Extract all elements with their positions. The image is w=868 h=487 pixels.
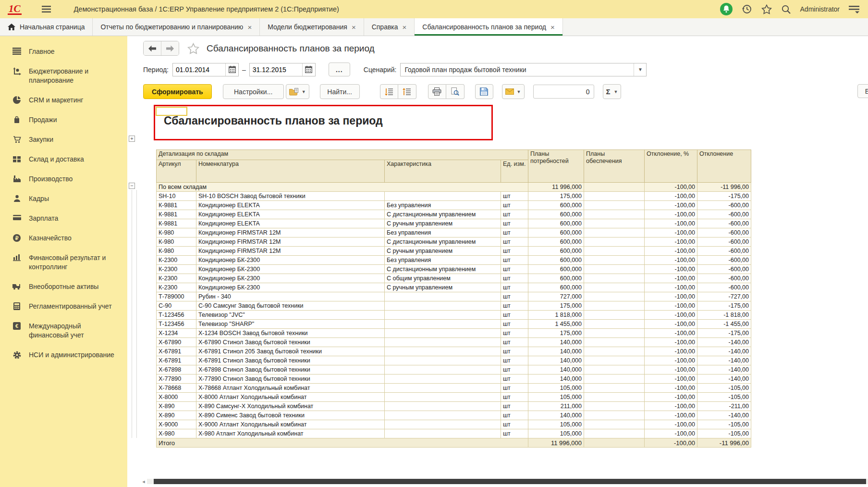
- cell[interactable]: 175,000: [528, 192, 584, 201]
- cell[interactable]: -600,00: [697, 210, 751, 219]
- tab-close-icon[interactable]: ×: [352, 24, 356, 31]
- cell[interactable]: [385, 365, 501, 375]
- cell[interactable]: 600,000: [528, 274, 584, 283]
- cell[interactable]: Т-123456: [157, 311, 196, 320]
- cell[interactable]: -100,00: [645, 338, 697, 347]
- cell[interactable]: К-2300: [157, 274, 196, 283]
- table-row[interactable]: К-980Кондиционер FIRMSTAR 12MБез управле…: [157, 228, 751, 237]
- sidebar-item[interactable]: Продажи: [0, 110, 127, 130]
- cell[interactable]: -100,00: [645, 375, 697, 384]
- cell[interactable]: шт: [501, 256, 528, 265]
- sidebar-item[interactable]: Регламентированный учет: [0, 297, 127, 316]
- cell[interactable]: Х-1234 BOSCH Завод бытовой техники: [196, 329, 385, 338]
- scroll-left-arrow-icon[interactable]: ◄: [140, 479, 147, 484]
- sidebar-item[interactable]: CRM и маркетинг: [0, 90, 127, 110]
- period-options-button[interactable]: ...: [329, 62, 350, 76]
- table-row[interactable]: Х-67891Х-67891 Стинол Завод бытовой техн…: [157, 356, 751, 365]
- cell[interactable]: шт: [501, 347, 528, 356]
- cell[interactable]: [584, 438, 645, 448]
- print-button[interactable]: [428, 84, 446, 99]
- cell[interactable]: [584, 347, 645, 356]
- autosum-button[interactable]: Σ▼: [603, 84, 622, 99]
- cell[interactable]: шт: [501, 201, 528, 210]
- cell[interactable]: Телевизор "SHARP": [196, 320, 385, 329]
- table-row[interactable]: Х-67890Х-67890 Стинол Завод бытовой техн…: [157, 338, 751, 347]
- cell[interactable]: -100,00: [645, 210, 697, 219]
- cell[interactable]: шт: [501, 274, 528, 283]
- cell[interactable]: шт: [501, 356, 528, 365]
- find-button[interactable]: Найти...: [320, 84, 360, 99]
- sidebar-item[interactable]: Кадры: [0, 189, 127, 209]
- cell[interactable]: [584, 237, 645, 247]
- cell[interactable]: К-2300: [157, 265, 196, 274]
- group-header-cell[interactable]: Детализация по складам: [157, 150, 528, 160]
- cell[interactable]: -100,00: [645, 402, 697, 411]
- tab-close-icon[interactable]: ×: [550, 24, 555, 31]
- cell[interactable]: [584, 420, 645, 429]
- cell[interactable]: К-980: [157, 247, 196, 256]
- cell[interactable]: 600,000: [528, 256, 584, 265]
- sidebar-item[interactable]: Главное: [0, 42, 127, 62]
- cell[interactable]: [584, 219, 645, 228]
- cell[interactable]: С дистанционным управлением: [385, 265, 501, 274]
- cell[interactable]: Х-78668: [157, 384, 196, 393]
- cell[interactable]: Кондиционер БК-2300: [196, 274, 385, 283]
- cell[interactable]: К-9881: [157, 201, 196, 210]
- title-group-expander[interactable]: +: [129, 136, 135, 142]
- cell[interactable]: -600,00: [697, 228, 751, 237]
- column-header-nomenclature[interactable]: Номенклатура: [196, 160, 385, 183]
- table-row[interactable]: Т-789000Рубин - 340шт727,000-100,00-727,…: [157, 292, 751, 301]
- cell[interactable]: 175,000: [528, 329, 584, 338]
- cell[interactable]: Кондиционер БК-2300: [196, 265, 385, 274]
- cell[interactable]: С ручным управлением: [385, 283, 501, 292]
- cell[interactable]: шт: [501, 411, 528, 420]
- cell[interactable]: -100,00: [645, 311, 697, 320]
- cell[interactable]: [385, 356, 501, 365]
- cell[interactable]: 1 818,000: [528, 311, 584, 320]
- cell[interactable]: -100,00: [645, 292, 697, 301]
- calendar-button[interactable]: [302, 63, 315, 76]
- cell[interactable]: К-980: [157, 228, 196, 237]
- cell[interactable]: Х-9000 Атлант Холодильный комбинат: [196, 420, 385, 429]
- tab-3[interactable]: Справка×: [364, 18, 415, 36]
- cell[interactable]: -1 455,00: [697, 320, 751, 329]
- cell[interactable]: Х-890: [157, 402, 196, 411]
- cell[interactable]: шт: [501, 192, 528, 201]
- cell[interactable]: 211,000: [528, 402, 584, 411]
- cell[interactable]: -175,00: [697, 329, 751, 338]
- cell[interactable]: -140,00: [697, 347, 751, 356]
- table-row[interactable]: К-980Кондиционер FIRMSTAR 12MС ручным уп…: [157, 247, 751, 256]
- cell[interactable]: [385, 192, 501, 201]
- cell[interactable]: Х-77890 Стинол Завод бытовой техники: [196, 375, 385, 384]
- cell[interactable]: [385, 292, 501, 301]
- cell[interactable]: [385, 338, 501, 347]
- horizontal-scrollbar[interactable]: ◄: [140, 478, 868, 485]
- cell[interactable]: -100,00: [645, 219, 697, 228]
- cell[interactable]: -727,00: [697, 292, 751, 301]
- cell[interactable]: С-90 Самсунг Завод бытовой техники: [196, 301, 385, 311]
- sidebar-item[interactable]: €Международный финансовый учет: [0, 316, 127, 345]
- cell[interactable]: 11 996,000: [528, 438, 584, 448]
- cell[interactable]: Х-77890: [157, 375, 196, 384]
- cell[interactable]: [584, 402, 645, 411]
- user-menu-icon[interactable]: [849, 5, 859, 13]
- cell[interactable]: Х-980: [157, 429, 196, 438]
- cell[interactable]: шт: [501, 365, 528, 375]
- cell[interactable]: Кондиционер FIRMSTAR 12M: [196, 237, 385, 247]
- cell[interactable]: 600,000: [528, 283, 584, 292]
- cell[interactable]: [385, 411, 501, 420]
- cell[interactable]: [584, 247, 645, 256]
- tab-close-icon[interactable]: ×: [247, 24, 252, 31]
- cell[interactable]: [584, 384, 645, 393]
- notifications-bell-icon[interactable]: [720, 3, 733, 15]
- sidebar-item[interactable]: Внеоборотные активы: [0, 277, 127, 297]
- cell[interactable]: 600,000: [528, 265, 584, 274]
- cell[interactable]: 600,000: [528, 201, 584, 210]
- cell[interactable]: Итого: [157, 438, 528, 448]
- table-row[interactable]: К-2300Кондиционер БК-2300С ручным управл…: [157, 283, 751, 292]
- search-icon[interactable]: [781, 4, 791, 14]
- cell[interactable]: [385, 320, 501, 329]
- cell[interactable]: -600,00: [697, 237, 751, 247]
- cell[interactable]: -100,00: [645, 265, 697, 274]
- table-row[interactable]: Т-123456Телевизор "SHARP"шт1 455,000-100…: [157, 320, 751, 329]
